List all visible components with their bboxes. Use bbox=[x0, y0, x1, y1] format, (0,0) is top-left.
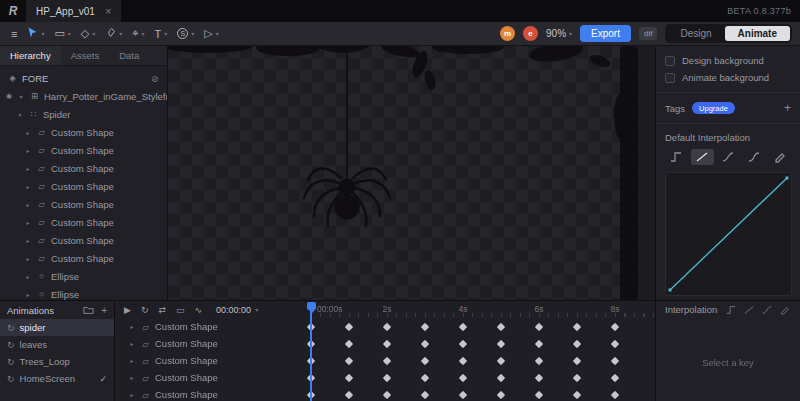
chevron-down-icon[interactable]: ▾ bbox=[191, 30, 194, 37]
keyframe-diamond[interactable] bbox=[611, 322, 619, 330]
work-area-button[interactable]: ▭ bbox=[176, 305, 185, 315]
export-button[interactable]: Export bbox=[580, 25, 631, 42]
shapes-tool-button[interactable]: ◇ ▾ bbox=[76, 24, 100, 44]
keyframe-diamond[interactable] bbox=[497, 322, 505, 330]
chevron-down-icon[interactable]: ▾ bbox=[41, 30, 44, 37]
keyframe-diamond[interactable] bbox=[459, 322, 467, 330]
keyframe-diamond[interactable] bbox=[573, 339, 581, 347]
hierarchy-row-ellipse[interactable]: ▸ ○ Ellipse bbox=[0, 285, 167, 300]
interpolation-curve-editor[interactable] bbox=[665, 172, 792, 296]
keyframe-diamond[interactable] bbox=[497, 339, 505, 347]
custom-interpolation-button[interactable] bbox=[768, 149, 791, 165]
chevron-down-icon[interactable]: ▾ bbox=[164, 30, 167, 37]
pen-tool-button[interactable]: ▾ bbox=[100, 24, 127, 44]
keyframe-diamond[interactable] bbox=[459, 339, 467, 347]
expand-caret-icon[interactable]: ▸ bbox=[128, 357, 136, 364]
keyframe-diamond[interactable] bbox=[535, 322, 543, 330]
expand-caret-icon[interactable]: ▸ bbox=[128, 374, 136, 381]
expand-caret-icon[interactable]: ▸ bbox=[128, 391, 136, 398]
keyframe-diamond[interactable] bbox=[535, 339, 543, 347]
hierarchy-row-shape[interactable]: ▸ ▱ Custom Shape bbox=[0, 213, 167, 231]
tab-assets[interactable]: Assets bbox=[61, 46, 110, 65]
tab-data[interactable]: Data bbox=[109, 46, 149, 65]
keyframe-diamond[interactable] bbox=[383, 322, 391, 330]
constraint-tool-button[interactable]: ⌖ ▾ bbox=[127, 24, 149, 44]
timeline-ruler[interactable]: 00:00s2s4s6s8s bbox=[308, 301, 655, 318]
keyframe-diamond[interactable] bbox=[383, 373, 391, 381]
visibility-off-icon[interactable]: ⊘ bbox=[151, 73, 159, 84]
keyframe-diamond[interactable] bbox=[383, 339, 391, 347]
hierarchy-row-shape[interactable]: ▸ ▱ Custom Shape bbox=[0, 195, 167, 213]
expand-caret-icon[interactable]: ▸ bbox=[24, 219, 32, 226]
keyframe-diamond[interactable] bbox=[345, 390, 353, 398]
new-folder-icon[interactable] bbox=[83, 305, 94, 315]
keyframe-diamond[interactable] bbox=[497, 390, 505, 398]
keyframe-diamond[interactable] bbox=[497, 356, 505, 364]
expand-caret-icon[interactable]: ▾ bbox=[17, 93, 25, 100]
timeline-track[interactable]: ▸ ▱ Custom Shape bbox=[115, 318, 655, 335]
text-tool-button[interactable]: T ▾ bbox=[150, 24, 173, 44]
keyframe-diamond[interactable] bbox=[345, 373, 353, 381]
graph-mode-button[interactable]: ∿ bbox=[195, 305, 203, 315]
animation-item-spider[interactable]: ↻ spider bbox=[0, 319, 114, 336]
expand-caret-icon[interactable]: ▸ bbox=[24, 165, 32, 172]
expand-caret-icon[interactable]: ▸ bbox=[24, 255, 32, 262]
keyframe-diamond[interactable] bbox=[497, 373, 505, 381]
menu-button[interactable]: ≡ bbox=[6, 24, 22, 44]
timeline-track[interactable]: ▸ ▱ Custom Shape bbox=[115, 335, 655, 352]
design-mode-button[interactable]: Design bbox=[667, 26, 724, 41]
timeline-playhead[interactable] bbox=[310, 310, 312, 401]
stage-canvas[interactable] bbox=[168, 46, 655, 300]
keyframe-diamond[interactable] bbox=[611, 356, 619, 364]
hold-interpolation-button[interactable] bbox=[665, 149, 688, 165]
keyframe-diamond[interactable] bbox=[611, 373, 619, 381]
expand-caret-icon[interactable]: ▸ bbox=[24, 147, 32, 154]
expand-caret-icon[interactable]: ▸ bbox=[24, 201, 32, 208]
design-background-checkbox[interactable] bbox=[665, 56, 675, 66]
chevron-down-icon[interactable]: ▾ bbox=[119, 30, 122, 37]
keyframe-diamond[interactable] bbox=[345, 339, 353, 347]
keyframe-diamond[interactable] bbox=[421, 322, 429, 330]
keyframe-diamond[interactable] bbox=[573, 322, 581, 330]
zoom-control[interactable]: 90% ▾ bbox=[546, 28, 572, 39]
tab-close-icon[interactable]: × bbox=[105, 5, 111, 17]
expand-caret-icon[interactable]: ▸ bbox=[24, 291, 32, 298]
tab-hierarchy[interactable]: Hierarchy bbox=[0, 46, 61, 65]
play-button[interactable]: ▶ bbox=[124, 305, 131, 315]
keyframe-diamond[interactable] bbox=[421, 356, 429, 364]
hierarchy-row-shape[interactable]: ▸ ▱ Custom Shape bbox=[0, 159, 167, 177]
timeline-track[interactable]: ▸ ▱ Custom Shape bbox=[115, 352, 655, 369]
keyframe-diamond[interactable] bbox=[573, 356, 581, 364]
cubic-interpolation-button[interactable] bbox=[717, 149, 740, 165]
animation-item-trees-loop[interactable]: ↻ Trees_Loop bbox=[0, 353, 114, 370]
hierarchy-row-artboard[interactable]: ◉ ▾ ⊞ Harry_Potter_inGame_Styleframe_V2 bbox=[0, 87, 167, 105]
select-tool-button[interactable]: ▾ bbox=[22, 24, 49, 44]
keyframe-diamond[interactable] bbox=[345, 322, 353, 330]
playhead-handle[interactable] bbox=[307, 302, 316, 310]
add-tag-button[interactable]: + bbox=[784, 101, 791, 115]
collaborator-avatar[interactable]: m bbox=[500, 26, 515, 41]
file-tab[interactable]: HP_App_v01 × bbox=[26, 0, 121, 22]
add-animation-button[interactable]: + bbox=[101, 305, 107, 316]
hierarchy-row-ellipse[interactable]: ▸ ○ Ellipse bbox=[0, 267, 167, 285]
expand-caret-icon[interactable]: ▸ bbox=[128, 323, 136, 330]
hierarchy-row-shape[interactable]: ▸ ▱ Custom Shape bbox=[0, 123, 167, 141]
expand-caret-icon[interactable]: ▸ bbox=[24, 237, 32, 244]
keyframe-diamond[interactable] bbox=[573, 390, 581, 398]
custom-interpolation-icon[interactable] bbox=[779, 301, 791, 319]
animation-item-homescreen[interactable]: ↻ HomeScreen ✓ bbox=[0, 370, 114, 387]
expand-caret-icon[interactable]: ▸ bbox=[24, 129, 32, 136]
linear-interpolation-button[interactable] bbox=[691, 149, 714, 165]
diff-button[interactable]: dif bbox=[639, 27, 657, 40]
chevron-down-icon[interactable]: ▾ bbox=[142, 30, 145, 37]
animate-mode-button[interactable]: Animate bbox=[725, 26, 790, 41]
keyframe-diamond[interactable] bbox=[459, 356, 467, 364]
expand-caret-icon[interactable]: ▸ bbox=[128, 340, 136, 347]
hierarchy-row-shape[interactable]: ▸ ▱ Custom Shape bbox=[0, 249, 167, 267]
hierarchy-row-shape[interactable]: ▸ ▱ Custom Shape bbox=[0, 141, 167, 159]
chevron-down-icon[interactable]: ▾ bbox=[92, 30, 95, 37]
collaborator-avatar[interactable]: e bbox=[523, 26, 538, 41]
expand-caret-icon[interactable]: ▸ bbox=[24, 273, 32, 280]
hierarchy-row-shape[interactable]: ▸ ▱ Custom Shape bbox=[0, 177, 167, 195]
keyframe-diamond[interactable] bbox=[535, 373, 543, 381]
